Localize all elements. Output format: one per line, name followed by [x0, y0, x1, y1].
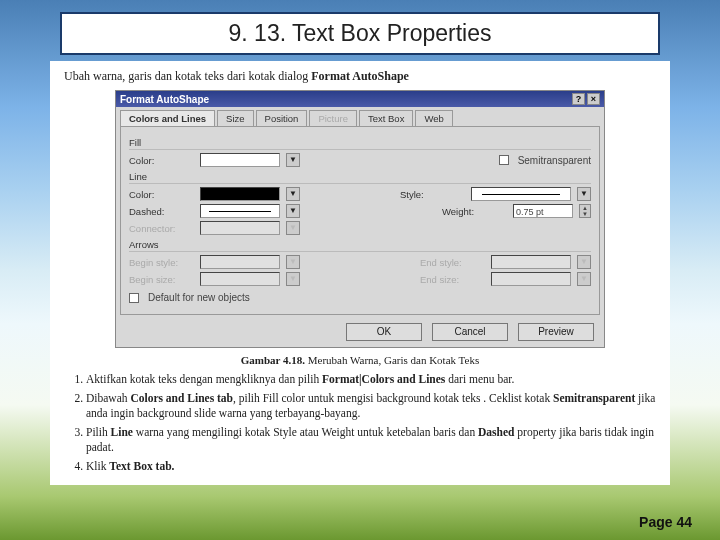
fill-color-swatch[interactable]	[200, 153, 280, 167]
fill-color-dropdown[interactable]: ▼	[286, 153, 300, 167]
caption-text: Merubah Warna, Garis dan Kotak Teks	[305, 354, 479, 366]
label-fill-color: Color:	[129, 155, 194, 166]
dialog-title: Format AutoShape	[120, 94, 209, 105]
content-area: Ubah warna, garis dan kotak teks dari ko…	[50, 61, 670, 485]
begin-style-dropdown: ▼	[286, 255, 300, 269]
intro-bold: Format AutoShape	[311, 69, 409, 83]
step-2: Dibawah Colors and Lines tab, pilih Fill…	[86, 391, 656, 422]
line-style-dropdown[interactable]: ▼	[577, 187, 591, 201]
tab-size[interactable]: Size	[217, 110, 253, 126]
step-3: Pilih Line warna yang mengilingi kotak S…	[86, 425, 656, 456]
close-button[interactable]: ×	[587, 93, 600, 105]
dashed-swatch[interactable]	[200, 204, 280, 218]
label-begin-size: Begin size:	[129, 274, 194, 285]
default-new-checkbox[interactable]	[129, 293, 139, 303]
label-end-size: End size:	[420, 274, 485, 285]
connector-dropdown: ▼	[286, 221, 300, 235]
label-semitransparent: Semitransparent	[518, 155, 591, 166]
label-dashed: Dashed:	[129, 206, 194, 217]
tab-web[interactable]: Web	[415, 110, 452, 126]
begin-size-swatch	[200, 272, 280, 286]
dialog-titlebar: Format AutoShape ? ×	[116, 91, 604, 107]
tab-picture: Picture	[309, 110, 357, 126]
label-connector: Connector:	[129, 223, 194, 234]
intro-prefix: Ubah warna, garis dan kotak teks dari ko…	[64, 69, 311, 83]
label-end-style: End style:	[420, 257, 485, 268]
caption-bold: Gambar 4.18.	[241, 354, 305, 366]
dialog-panel: Fill Color: ▼ Semitransparent Line Color…	[120, 126, 600, 315]
page-number: Page 44	[639, 514, 692, 530]
end-size-swatch	[491, 272, 571, 286]
group-arrows: Arrows	[129, 239, 591, 252]
weight-field[interactable]: 0.75 pt	[513, 204, 573, 218]
label-default-new: Default for new objects	[148, 292, 250, 303]
label-begin-style: Begin style:	[129, 257, 194, 268]
semitransparent-checkbox[interactable]	[499, 155, 509, 165]
connector-swatch	[200, 221, 280, 235]
line-color-swatch[interactable]	[200, 187, 280, 201]
steps-list: Aktifkan kotak teks dengan mengkliknya d…	[64, 372, 656, 474]
tab-position[interactable]: Position	[256, 110, 308, 126]
line-style-swatch[interactable]	[471, 187, 571, 201]
end-size-dropdown: ▼	[577, 272, 591, 286]
cancel-button[interactable]: Cancel	[432, 323, 508, 341]
dialog-button-row: OK Cancel Preview	[116, 319, 604, 347]
format-autoshape-dialog: Format AutoShape ? × Colors and Lines Si…	[115, 90, 605, 348]
label-line-color: Color:	[129, 189, 194, 200]
begin-style-swatch	[200, 255, 280, 269]
label-line-style: Style:	[400, 189, 465, 200]
weight-spinner[interactable]: ▲▼	[579, 204, 591, 218]
group-fill: Fill	[129, 137, 591, 150]
slide-title: 9. 13. Text Box Properties	[60, 12, 660, 55]
group-line: Line	[129, 171, 591, 184]
line-color-dropdown[interactable]: ▼	[286, 187, 300, 201]
dashed-dropdown[interactable]: ▼	[286, 204, 300, 218]
end-style-dropdown: ▼	[577, 255, 591, 269]
end-style-swatch	[491, 255, 571, 269]
begin-size-dropdown: ▼	[286, 272, 300, 286]
tab-colors-and-lines[interactable]: Colors and Lines	[120, 110, 215, 126]
help-button[interactable]: ?	[572, 93, 585, 105]
ok-button[interactable]: OK	[346, 323, 422, 341]
dialog-tabs: Colors and Lines Size Position Picture T…	[116, 107, 604, 126]
tab-text-box[interactable]: Text Box	[359, 110, 413, 126]
label-weight: Weight:	[442, 206, 507, 217]
figure-caption: Gambar 4.18. Merubah Warna, Garis dan Ko…	[64, 354, 656, 366]
step-1: Aktifkan kotak teks dengan mengkliknya d…	[86, 372, 656, 388]
preview-button[interactable]: Preview	[518, 323, 594, 341]
intro-text: Ubah warna, garis dan kotak teks dari ko…	[64, 69, 656, 84]
step-4: Klik Text Box tab.	[86, 459, 656, 475]
